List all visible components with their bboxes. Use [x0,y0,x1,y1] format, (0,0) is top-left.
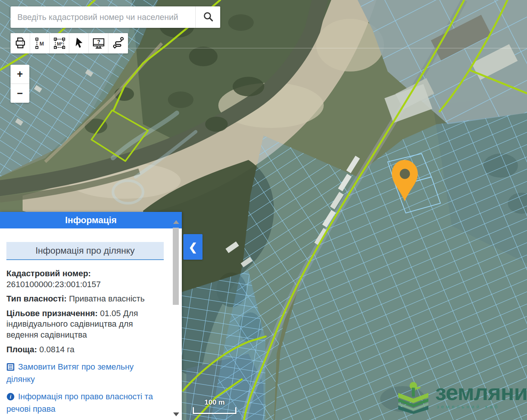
field-value: Приватна власність [69,294,145,303]
printer-icon [14,37,27,50]
route-icon [111,36,125,51]
logo-title: земляни [435,382,527,403]
document-icon [6,363,15,374]
field-cadastral-number: Кадастровий номер: 2610100000:23:001:015… [6,268,164,290]
cadastral-map-app: 100 m земляни земельний хаб [0,0,527,420]
measure-distance-glyph: M [40,41,44,47]
route-button[interactable] [108,33,128,53]
search-bar [11,6,220,28]
measure-distance-button[interactable]: M [30,33,50,53]
panel-collapse-button[interactable]: ❮ [183,234,203,260]
field-label: Площа: [6,345,37,354]
cursor-icon [73,37,85,50]
info-circle-icon: i [6,393,15,404]
tab-parcel-info[interactable]: Інформація про ділянку [6,242,164,260]
field-area: Площа: 0.0814 га [6,344,164,355]
field-value: 0.0814 га [39,345,74,354]
link-ownership-info[interactable]: i Інформація про право власності та речо… [6,391,164,414]
scale-label: 100 m [193,398,236,406]
print-button[interactable] [11,33,30,53]
scrollbar-thumb[interactable] [173,228,179,305]
svg-text:i: i [10,394,11,400]
field-label: Тип власності: [6,294,67,303]
field-label: Кадастровий номер: [6,268,164,279]
info-panel-body: Інформація про ділянку Кадастровий номер… [0,228,182,420]
info-panel: Інформація Інформація про ділянку Кадаст… [0,212,182,420]
scrollbar-down-arrow[interactable] [173,412,179,416]
scrollbar-up-arrow[interactable] [173,220,179,224]
field-ownership-type: Тип власності: Приватна власність [6,294,164,304]
zoom-in-button[interactable]: + [11,65,29,84]
help-button[interactable]: ? [89,33,108,53]
zemliany-logo: земляни земельний хаб [395,382,527,415]
info-panel-title: Інформація [0,212,182,228]
measure-area-button[interactable]: M² [50,33,69,53]
zoom-out-button[interactable]: − [11,84,29,103]
map-toolbar: M M² [11,33,128,53]
zoom-control: + − [11,65,29,103]
help-glyph: ? [97,39,101,45]
measure-area-glyph: M² [57,41,63,47]
link-text: Замовити Витяг про земельну ділянку [6,362,134,384]
field-label: Цільове призначення: [6,309,98,318]
parcel-grid-bottom-left [177,271,265,420]
field-value: 2610100000:23:001:0157 [6,279,164,290]
zemliany-logo-icon [395,382,431,415]
scale-bar: 100 m [193,398,236,414]
link-order-extract[interactable]: Замовити Витяг про земельну ділянку [6,362,164,385]
search-icon [203,11,214,23]
scale-bracket [193,407,236,414]
search-button[interactable] [195,6,220,28]
search-input[interactable] [11,6,195,28]
panel-scrollbar [172,218,180,420]
select-cursor-button[interactable] [69,33,89,53]
field-designated-purpose: Цільове призначення: 01.05 Для індивідуа… [6,308,164,341]
link-text: Інформація про право власності та речові… [6,392,153,414]
